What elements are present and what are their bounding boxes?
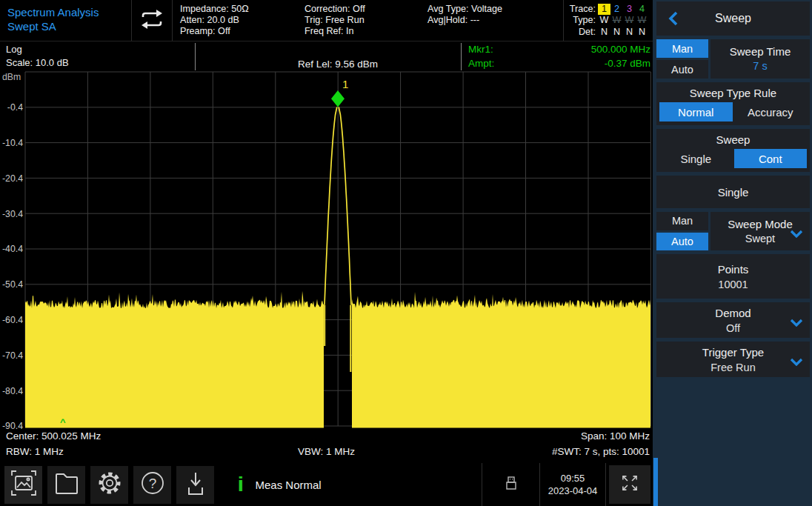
sweep-mode-auto-option[interactable]: Auto — [656, 233, 708, 251]
sweep-mode-man-auto-toggle: Man Auto — [656, 212, 708, 250]
sweep-cont-label: Sweep — [656, 133, 810, 146]
y-tick-label: -50.4 — [2, 279, 23, 290]
y-tick-label: -0.4 — [7, 102, 23, 113]
amplitude-axis-labels: dBm-0.4-10.4-20.4-30.4-40.4-50.4-60.4-70… — [2, 72, 23, 431]
y-tick-label: -80.4 — [2, 386, 23, 396]
points-value: 10001 — [718, 277, 748, 292]
expand-arrows-icon — [616, 469, 644, 500]
y-tick-label: -70.4 — [2, 350, 23, 361]
sweep-mode-value: Swept — [745, 232, 775, 246]
sweep-type-rule-panel: Sweep Type Rule Normal Accuracy — [656, 82, 810, 125]
info-icon: i — [237, 475, 244, 494]
gear-icon — [94, 467, 125, 502]
settings-button[interactable] — [90, 466, 128, 504]
sidebar-scrollbar[interactable] — [653, 458, 658, 506]
single-sweep-label: Single — [718, 186, 749, 199]
save-button[interactable] — [176, 466, 214, 504]
screenshot-button[interactable] — [4, 466, 42, 504]
y-tick-label: -30.4 — [2, 209, 23, 219]
y-tick-label: -20.4 — [2, 173, 23, 184]
sweep-type-rule-label: Sweep Type Rule — [656, 87, 810, 99]
y-tick-label: -60.4 — [2, 315, 23, 325]
measurement-status: i Meas Normal — [238, 475, 322, 494]
statusbar-right: 09:55 2023-04-04 — [482, 463, 653, 506]
sweep-time-auto-option[interactable]: Auto — [656, 60, 708, 79]
demod-value: Off — [726, 321, 740, 336]
usb-status — [482, 463, 539, 506]
marker-1[interactable]: 1 — [331, 78, 348, 107]
sweep-type-rule-normal-option[interactable]: Normal — [659, 102, 733, 121]
trigger-type-label: Trigger Type — [702, 344, 764, 360]
file-browser-button[interactable] — [47, 466, 85, 504]
swt-points-readout[interactable]: #SWT: 7 s, pts: 10001 — [552, 445, 650, 459]
single-sweep-button[interactable]: Single — [656, 176, 810, 208]
sweep-mode-panel: Man Auto Sweep Mode Swept — [656, 212, 810, 250]
time-readout: 09:55 — [561, 472, 585, 485]
sweep-time-man-auto-toggle: Man Auto — [656, 39, 708, 79]
amplitude-axis-unit: dBm — [2, 72, 21, 82]
span-readout[interactable]: Span: 100 MHz — [581, 429, 650, 444]
meas-status-text: Meas Normal — [256, 479, 322, 491]
marker-1-diamond-icon — [331, 90, 345, 107]
sweep-menu-sidebar: Sweep Man Auto Sweep Time 7 s Sweep Type… — [653, 0, 812, 506]
sweep-time-panel: Man Auto Sweep Time 7 s — [656, 39, 810, 79]
chevron-down-icon — [790, 227, 803, 241]
frequency-annotation-block: Center: 500.025 MHz Span: 100 MHz RBW: 1… — [0, 429, 653, 462]
fullscreen-button[interactable] — [605, 463, 653, 506]
demod-label: Demod — [715, 305, 751, 321]
usb-icon — [503, 474, 519, 495]
sweep-type-rule-accuracy-option[interactable]: Accuracy — [734, 102, 808, 121]
svg-text:?: ? — [148, 476, 156, 491]
y-tick-label: -40.4 — [2, 244, 23, 254]
sweep-mode-man-option[interactable]: Man — [656, 212, 708, 230]
center-freq-readout[interactable]: Center: 500.025 MHz — [6, 429, 101, 444]
screenshot-icon — [9, 468, 39, 501]
points-label: Points — [718, 262, 749, 277]
date-readout: 2023-04-04 — [548, 485, 598, 497]
save-download-icon — [181, 468, 210, 501]
sidebar-header: Sweep — [656, 1, 810, 36]
sweep-time-label: Sweep Time — [730, 44, 791, 59]
bottom-toolbar: ? i Meas Normal — [0, 463, 653, 506]
y-tick-label: -10.4 — [2, 138, 23, 148]
marker-1-number: 1 — [342, 78, 348, 90]
main-display: Spectrum Analysis Swept SA Impedance: 50… — [0, 0, 653, 506]
sweep-mode-button[interactable]: Sweep Mode Swept — [710, 212, 810, 250]
demod-button[interactable]: Demod Off — [656, 302, 810, 338]
baseline-caret-icon: ^ — [60, 416, 66, 427]
chevron-down-icon — [790, 356, 803, 369]
sweep-time-man-option[interactable]: Man — [656, 39, 708, 58]
clock: 09:55 2023-04-04 — [539, 463, 605, 506]
sweep-single-option[interactable]: Single — [659, 149, 733, 168]
help-button[interactable]: ? — [133, 466, 171, 504]
sweep-cont-option[interactable]: Cont — [734, 149, 808, 168]
sidebar-title: Sweep — [715, 12, 751, 25]
folder-icon — [52, 468, 81, 501]
sweep-time-button[interactable]: Sweep Time 7 s — [710, 39, 810, 79]
sweep-time-value: 7 s — [753, 59, 767, 73]
trigger-type-value: Free Run — [710, 360, 755, 375]
points-button[interactable]: Points 10001 — [656, 254, 810, 299]
sweep-cont-panel: Sweep Single Cont — [656, 129, 810, 172]
help-icon: ? — [138, 468, 167, 501]
trigger-type-button[interactable]: Trigger Type Free Run — [656, 342, 810, 377]
sweep-mode-label: Sweep Mode — [728, 217, 793, 232]
back-button[interactable] — [668, 11, 679, 29]
chevron-down-icon — [790, 316, 803, 330]
